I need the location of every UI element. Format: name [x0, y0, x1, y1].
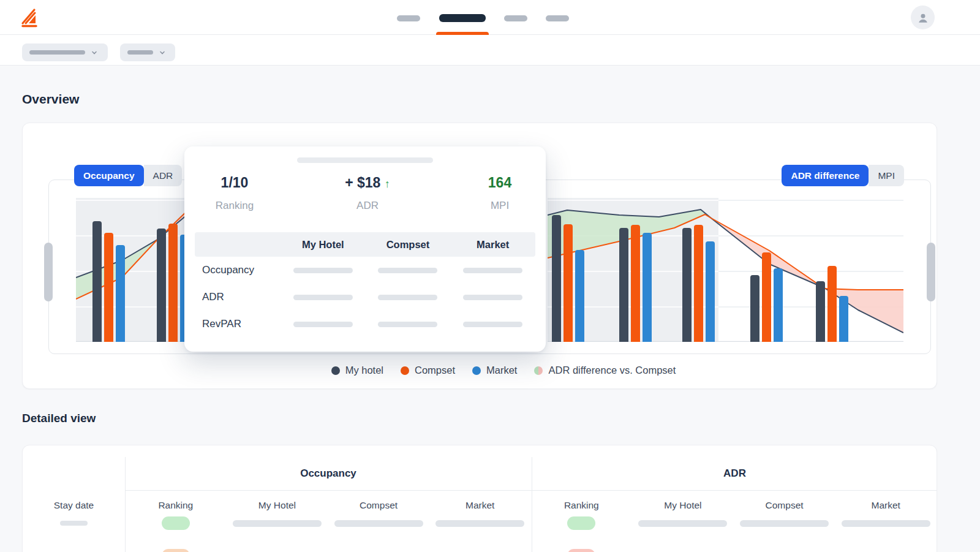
filter-bar — [0, 35, 980, 66]
col-adr-my-hotel: My Hotel — [632, 500, 734, 511]
col-occ-market: Market — [429, 500, 531, 511]
page-title: Overview — [22, 92, 79, 107]
col-occ-my-hotel: My Hotel — [227, 500, 328, 511]
filter-1-skeleton — [29, 50, 85, 55]
nav-item-2-active[interactable] — [439, 14, 486, 22]
my-hotel-dot-icon — [331, 366, 340, 375]
stat-adr-label: ADR — [317, 200, 418, 212]
filter-dropdown-2[interactable] — [120, 43, 175, 61]
group-header-adr: ADR — [532, 467, 938, 480]
skeleton-value — [435, 520, 524, 527]
col-compset: Compset — [366, 239, 451, 251]
row-label-occupancy: Occupancy — [195, 264, 281, 276]
skeleton-value — [378, 295, 437, 300]
nav-item-1[interactable] — [397, 15, 420, 21]
table-row — [23, 546, 937, 552]
popover-drag-handle — [297, 157, 433, 163]
legend-label: ADR difference vs. Compset — [548, 365, 676, 376]
col-occ-compset: Compset — [328, 500, 429, 511]
group-header-occupancy: Occupancy — [125, 467, 532, 480]
table-row: ADR — [195, 284, 535, 311]
chart-legend: My hotel Compset Market ADR difference v… — [47, 365, 960, 376]
table-row: RevPAR — [195, 311, 535, 338]
skeleton-value — [740, 520, 829, 527]
skeleton-value — [463, 322, 522, 327]
stat-adr: + $18 ↑ ADR — [317, 175, 418, 212]
legend-label: Compset — [415, 365, 455, 376]
skeleton-value — [638, 520, 727, 527]
skeleton-value — [233, 520, 322, 527]
person-icon — [916, 11, 930, 25]
toggle-adr-button[interactable]: ADR — [144, 165, 183, 186]
toggle-mpi-button[interactable]: MPI — [869, 165, 904, 186]
carousel-handle-right[interactable] — [927, 243, 935, 301]
col-stay-date: Stay date — [23, 500, 125, 511]
active-tab-indicator — [436, 32, 489, 35]
toggle-occupancy-button[interactable]: Occupancy — [74, 165, 144, 186]
skeleton-value — [378, 322, 437, 327]
filter-dropdown-1[interactable] — [22, 43, 108, 61]
legend-label: Market — [486, 365, 517, 376]
adr-difference-dot-icon — [534, 366, 543, 375]
skeleton-value — [334, 520, 423, 527]
filter-2-skeleton — [127, 50, 153, 55]
left-chart-toggle: Occupancy ADR — [74, 165, 182, 186]
skeleton-value — [463, 268, 522, 273]
legend-compset[interactable]: Compset — [401, 365, 455, 376]
col-adr-ranking: Ranking — [531, 500, 633, 511]
skeleton-value — [378, 268, 437, 273]
row-label-revpar: RevPAR — [195, 318, 281, 330]
legend-market[interactable]: Market — [472, 365, 517, 376]
header-divider — [125, 490, 937, 491]
arrow-up-icon: ↑ — [385, 178, 390, 190]
skeleton-value — [293, 268, 353, 273]
top-header — [0, 0, 980, 35]
col-adr-market: Market — [835, 500, 937, 511]
skeleton-value — [293, 322, 353, 327]
app-logo-icon[interactable] — [18, 7, 40, 29]
ranking-badge — [162, 549, 190, 552]
skeleton-value — [463, 295, 522, 300]
adr-difference-chart — [548, 198, 903, 342]
detailed-view-title: Detailed view — [22, 412, 96, 425]
legend-adr-difference[interactable]: ADR difference vs. Compset — [534, 365, 676, 376]
detailed-table-card: Occupancy ADR Stay date Ranking My Hotel… — [22, 445, 937, 552]
stat-mpi-label: MPI — [450, 200, 550, 212]
ranking-badge — [567, 516, 595, 530]
ranking-badge — [567, 549, 595, 552]
table-subheader-row: Stay date Ranking My Hotel Compset Marke… — [23, 496, 937, 515]
market-dot-icon — [472, 366, 481, 375]
toggle-adr-difference-button[interactable]: ADR difference — [782, 165, 869, 186]
stat-ranking: 1/10 Ranking — [184, 175, 285, 212]
ranking-badge — [162, 516, 190, 530]
legend-label: My hotel — [345, 365, 383, 376]
popover-metrics-table: My Hotel Compset Market Occupancy ADR Re… — [195, 232, 535, 338]
popover-table-header: My Hotel Compset Market — [195, 232, 535, 257]
chevron-down-icon — [159, 50, 165, 56]
compset-dot-icon — [401, 366, 409, 375]
skeleton-value — [293, 295, 353, 300]
table-row: Occupancy — [195, 257, 535, 284]
stat-ranking-value: 1/10 — [184, 175, 285, 191]
legend-my-hotel[interactable]: My hotel — [331, 365, 383, 376]
col-market: Market — [450, 239, 535, 251]
stat-adr-value: + $18 — [345, 175, 380, 191]
stat-mpi-value: 164 — [450, 175, 550, 191]
table-row — [23, 514, 937, 532]
col-occ-ranking: Ranking — [125, 500, 227, 511]
user-avatar[interactable] — [911, 6, 935, 29]
chevron-down-icon — [91, 50, 97, 56]
col-adr-compset: Compset — [734, 500, 835, 511]
nav-item-4[interactable] — [546, 15, 569, 21]
skeleton-stay-date — [60, 521, 88, 526]
col-my-hotel: My Hotel — [281, 239, 366, 251]
row-label-adr: ADR — [195, 291, 281, 303]
stat-mpi: 164 MPI — [450, 175, 550, 212]
overview-card: Occupancy ADR ADR difference MPI 1/10 Ra… — [22, 123, 937, 389]
right-chart-toggle: ADR difference MPI — [782, 165, 904, 186]
nav-item-3[interactable] — [504, 15, 527, 21]
skeleton-value — [842, 520, 930, 527]
stat-ranking-label: Ranking — [184, 200, 285, 212]
carousel-handle-left[interactable] — [44, 243, 53, 301]
kpi-popover: 1/10 Ranking + $18 ↑ ADR 164 MPI My Hote… — [184, 146, 546, 352]
